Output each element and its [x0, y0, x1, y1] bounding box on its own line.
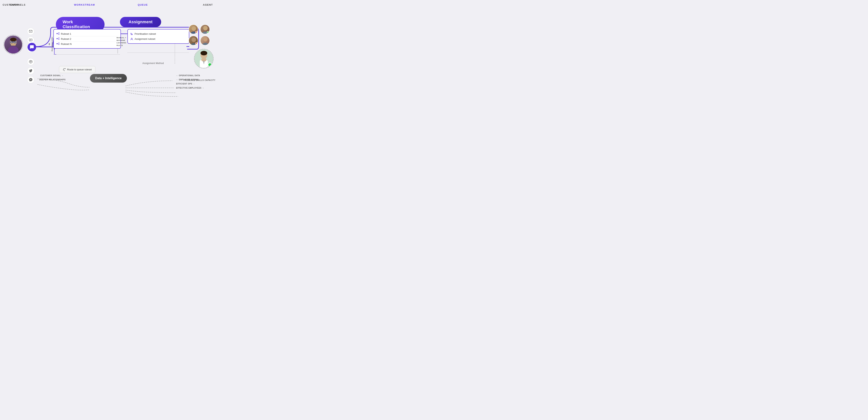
email-channel-icon[interactable] — [27, 28, 34, 35]
svg-point-50 — [203, 37, 208, 41]
agent-avatar-3 — [188, 36, 198, 46]
svg-point-46 — [203, 26, 208, 30]
svg-point-23 — [56, 33, 57, 34]
agent-avatar-2 — [200, 24, 210, 34]
route-to-queue-box: Route to queue ruleset — [59, 66, 95, 73]
agent-attributes-label: PRESENCE SKILLS CAPACITY — [184, 79, 216, 82]
svg-point-43 — [131, 38, 132, 39]
assignment-ruleset-label: Assignment ruleset — [134, 37, 155, 40]
svg-point-35 — [59, 44, 59, 45]
diagram-container: CUSTOMER CHANNELS WORKSTREAM QUEUE AGENT… — [0, 0, 217, 105]
data-intelligence-pill: Data + Intelligence — [90, 74, 127, 83]
queue-assignment-box: Prioritisation ruleset Assignment rulese… — [127, 29, 189, 44]
svg-marker-39 — [49, 43, 50, 44]
svg-point-51 — [202, 43, 209, 46]
ruleset-label-n: Ruleset N — [61, 43, 71, 46]
assignment-pill: Assignment — [120, 17, 161, 27]
ruleset-row-1: Ruleset 1 — [56, 31, 118, 36]
svg-line-31 — [57, 38, 58, 39]
svg-point-24 — [59, 32, 59, 33]
ruleset-row-n: Ruleset N — [56, 41, 118, 46]
svg-rect-18 — [29, 39, 32, 41]
customer-avatar — [3, 35, 23, 54]
agent-avatar-4 — [200, 36, 210, 46]
execution-label-text: Execution order — [51, 36, 53, 51]
ruleset-icon-1 — [56, 32, 59, 35]
svg-point-16 — [10, 38, 17, 41]
header-workstream: WORKSTREAM — [74, 3, 95, 6]
prioritisation-row: Prioritisation ruleset — [130, 31, 186, 36]
assignment-label: Assignment — [129, 20, 153, 24]
manual-label: MANUAL +MACHINELEARNINGRULES — [117, 36, 126, 47]
svg-line-26 — [57, 33, 58, 34]
effective-employees-label: EFFECTIVE EMPLOYEES → — [176, 87, 204, 89]
svg-point-56 — [200, 51, 207, 55]
svg-point-11 — [8, 46, 19, 53]
chat-bubble-icon — [28, 43, 36, 51]
agent-avatar-1 — [188, 24, 198, 34]
svg-point-33 — [56, 44, 57, 44]
main-agent-avatar — [194, 49, 214, 68]
svg-point-29 — [59, 37, 59, 38]
svg-line-37 — [57, 44, 58, 44]
assignment-method-label: Assignment Method — [143, 62, 164, 64]
messenger-channel-icon[interactable] — [27, 76, 34, 83]
workstream-ruleset-box: Ruleset 1 Ruleset 2 — [53, 29, 121, 49]
execution-order-label: Execution order — [48, 36, 53, 51]
svg-point-28 — [56, 38, 57, 39]
ruleset-label-1: Ruleset 1 — [61, 32, 71, 35]
svg-point-48 — [191, 37, 196, 42]
header-agent: AGENT — [203, 3, 213, 6]
deeper-relationships-label: DEEPER RELATIONSHIPS — [39, 79, 66, 81]
prioritisation-label: Prioritisation ruleset — [134, 32, 156, 35]
ruleset-icon-2 — [56, 37, 59, 40]
svg-point-34 — [59, 43, 59, 44]
header-channels: CHANNELS — [10, 3, 26, 6]
svg-line-36 — [57, 43, 58, 44]
route-label: Route to queue ruleset — [67, 68, 92, 71]
svg-point-25 — [59, 34, 59, 35]
svg-line-27 — [57, 34, 58, 34]
assignment-row: Assignment ruleset — [130, 36, 186, 41]
customer-signal-label: CUSTOMER SIGNAL → — [40, 75, 64, 77]
svg-point-30 — [59, 39, 59, 40]
ruleset-label-2: Ruleset 2 — [61, 37, 71, 40]
cube-channel-icon[interactable] — [27, 58, 34, 65]
svg-point-44 — [191, 26, 196, 31]
twitter-channel-icon[interactable] — [27, 67, 34, 74]
header-queue: QUEUE — [138, 3, 148, 6]
svg-marker-8 — [54, 49, 55, 50]
work-classification-label: Work Classification — [63, 20, 98, 29]
workstream-divider — [53, 54, 120, 55]
efficient-ops-label: EFFICIENT OPS → — [176, 83, 195, 85]
ruleset-icon-n — [56, 43, 59, 46]
operational-data-label: ← OPERATIONAL DATA — [176, 75, 200, 77]
sms-channel-icon[interactable] — [27, 36, 34, 44]
ruleset-row-2: Ruleset 2 — [56, 36, 118, 41]
svg-line-32 — [57, 39, 58, 39]
